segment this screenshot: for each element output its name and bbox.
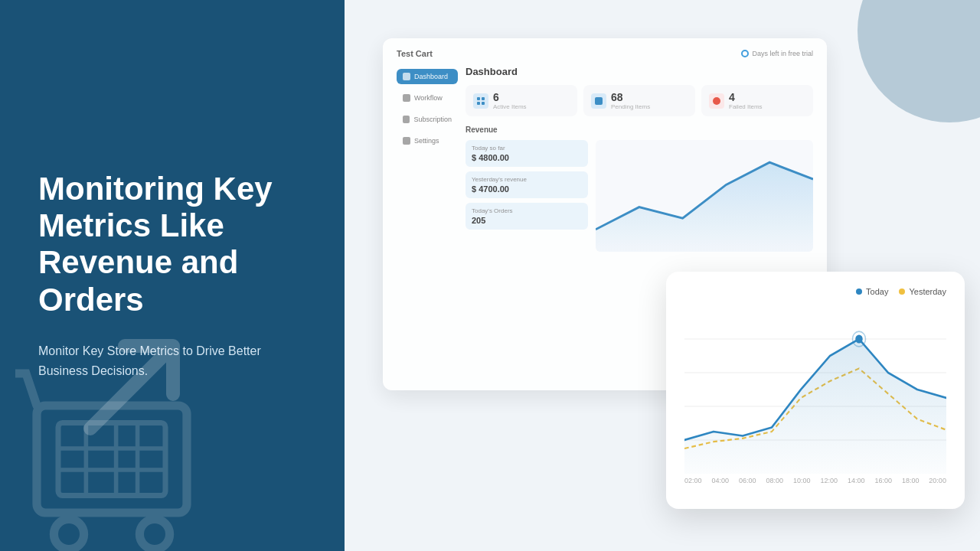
pending-stat-info: 68 Pending Items: [611, 91, 650, 110]
svg-rect-9: [477, 97, 480, 100]
svg-rect-13: [595, 97, 603, 105]
metric-today-label: Today so far: [472, 145, 582, 152]
stat-card-active: 6 Active Items: [466, 85, 577, 116]
mock-nav-workflow-label: Workflow: [414, 94, 443, 102]
x-label-6: 14:00: [848, 477, 865, 484]
metrics-list: Today so far $ 4800.00 Yesterday's reven…: [466, 140, 588, 252]
legend-yesterday-label: Yesterday: [909, 287, 946, 296]
metric-orders-label: Today's Orders: [472, 207, 582, 214]
x-label-2: 06:00: [739, 477, 756, 484]
failed-stat-value: 4: [729, 91, 763, 103]
metric-today-value: $ 4800.00: [472, 153, 582, 162]
mock-page-title: Dashboard: [466, 66, 813, 77]
active-stat-icon: [473, 93, 488, 109]
failed-stat-label: Failed Items: [729, 103, 763, 110]
svg-rect-10: [482, 97, 485, 100]
failed-stat-info: 4 Failed Items: [729, 91, 763, 110]
failed-stat-icon: [709, 93, 724, 109]
svg-rect-12: [482, 102, 485, 105]
deco-circle: [858, 0, 980, 122]
chart-card: Today Yesterday: [666, 272, 965, 509]
settings-nav-icon: [403, 137, 410, 145]
legend-yesterday: Yesterday: [899, 287, 946, 296]
metric-yesterday-label: Yesterday's revenue: [472, 176, 582, 183]
mock-nav-subscription-label: Subscription: [413, 116, 452, 123]
chart-legend: Today Yesterday: [684, 287, 946, 296]
active-stat-value: 6: [493, 91, 527, 103]
x-label-4: 10:00: [793, 477, 811, 484]
mock-nav-subscription[interactable]: Subscription: [397, 112, 458, 127]
workflow-nav-icon: [403, 94, 410, 102]
pending-stat-value: 68: [611, 91, 650, 103]
x-label-1: 04:00: [711, 477, 729, 484]
trial-dot: [741, 50, 749, 57]
mock-sidebar: Dashboard Workflow Subscription Settings: [397, 66, 458, 378]
active-stat-info: 6 Active Items: [493, 91, 527, 110]
stat-card-pending: 68 Pending Items: [583, 85, 695, 116]
legend-today: Today: [856, 287, 888, 296]
revenue-title: Revenue: [466, 126, 813, 134]
subscription-nav-icon: [403, 116, 410, 123]
x-label-5: 12:00: [820, 477, 838, 484]
left-panel: Monitoring Key Metrics Like Revenue and …: [0, 0, 345, 551]
right-panel: Test Cart Days left in free trial Dashbo…: [345, 0, 980, 551]
chart-svg-area: [684, 305, 946, 474]
svg-rect-11: [477, 102, 480, 105]
svg-point-8: [139, 519, 169, 549]
stat-card-failed: 4 Failed Items: [701, 85, 813, 116]
x-label-8: 18:00: [902, 477, 920, 484]
trial-text: Days left in free trial: [752, 50, 813, 57]
arrow-icon-bg: [77, 318, 214, 459]
mock-mini-chart: [596, 140, 813, 252]
metric-yesterday-value: $ 4700.00: [472, 184, 582, 194]
active-stat-label: Active Items: [493, 103, 527, 110]
mock-nav-workflow[interactable]: Workflow: [397, 90, 458, 106]
mock-nav-settings-label: Settings: [414, 137, 439, 145]
mock-nav-dashboard[interactable]: Dashboard: [397, 69, 458, 84]
mock-nav-dashboard-label: Dashboard: [414, 73, 448, 80]
svg-marker-15: [596, 162, 813, 252]
metric-yesterday: Yesterday's revenue $ 4700.00: [466, 171, 588, 198]
legend-today-dot: [856, 289, 862, 295]
mock-stats-row: 6 Active Items 68 Pending Items: [466, 85, 813, 116]
metric-orders-value: 205: [472, 216, 582, 225]
headline-text: Monitoring Key Metrics Like Revenue and …: [38, 171, 306, 318]
pending-stat-icon: [591, 93, 606, 109]
svg-point-14: [713, 97, 720, 105]
mock-nav-settings[interactable]: Settings: [397, 133, 458, 148]
revenue-content: Today so far $ 4800.00 Yesterday's reven…: [466, 140, 813, 252]
x-label-7: 16:00: [874, 477, 892, 484]
dashboard-nav-icon: [403, 73, 410, 80]
pending-stat-label: Pending Items: [611, 103, 650, 110]
legend-yesterday-dot: [899, 289, 905, 295]
mock-app-name: Test Cart: [397, 49, 433, 58]
x-label-3: 08:00: [766, 477, 783, 484]
mock-trial-info: Days left in free trial: [741, 50, 813, 57]
legend-today-label: Today: [866, 287, 888, 296]
metric-today: Today so far $ 4800.00: [466, 140, 588, 167]
metric-orders: Today's Orders 205: [466, 203, 588, 230]
mock-topbar: Test Cart Days left in free trial: [397, 49, 813, 58]
x-axis-labels: 02:00 04:00 06:00 08:00 10:00 12:00 14:0…: [684, 474, 946, 484]
svg-point-7: [54, 519, 83, 549]
x-label-9: 20:00: [929, 477, 946, 484]
x-label-0: 02:00: [684, 477, 702, 484]
svg-point-21: [855, 335, 863, 344]
